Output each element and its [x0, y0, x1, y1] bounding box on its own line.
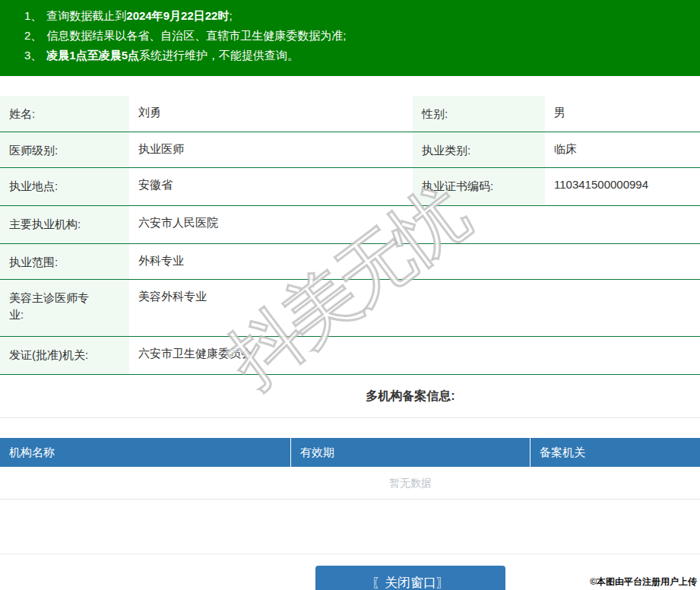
column-header-filing-authority: 备案机关	[531, 438, 700, 467]
field-value-practice-category: 临床	[545, 132, 700, 167]
divider	[0, 417, 700, 418]
field-value-main-institution: 六安市人民医院	[129, 205, 700, 243]
close-window-button[interactable]: 〖关闭窗口〗	[315, 566, 505, 590]
filing-table-header: 机构名称 有效期 备案机关	[0, 438, 700, 467]
filing-section-heading: 多机构备案信息:	[0, 375, 700, 417]
table-row: 医师级别: 执业医师 执业类别: 临床	[0, 132, 700, 167]
field-label-cosmetic-specialty: 美容主诊医师专业:	[0, 279, 129, 336]
field-label-name: 姓名:	[0, 96, 129, 132]
field-label-issuing-authority: 发证(批准)机关:	[0, 336, 129, 374]
table-row: 执业地点: 安徽省 执业证书编码: 110341500000994	[0, 167, 700, 205]
table-row: 姓名: 刘勇 性别: 男	[0, 96, 700, 132]
table-row: 执业范围: 外科专业	[0, 243, 700, 279]
field-value-cosmetic-specialty: 美容外科专业	[129, 279, 700, 336]
blank-area	[0, 500, 700, 554]
doctor-info-table: 姓名: 刘勇 性别: 男 医师级别: 执业医师 执业类别: 临床 执业地点: 安…	[0, 96, 700, 375]
field-label-practice-category: 执业类别:	[413, 132, 545, 167]
notice-item-2: 2、信息数据结果以各省、自治区、直辖市卫生健康委数据为准;	[24, 26, 700, 46]
field-value-doctor-level: 执业医师	[129, 132, 413, 167]
field-label-practice-location: 执业地点:	[0, 167, 129, 205]
notice-item-1: 1、查询数据截止到2024年9月22日22时;	[24, 6, 700, 26]
field-value-gender: 男	[545, 96, 700, 132]
page: 1、查询数据截止到2024年9月22日22时; 2、信息数据结果以各省、自治区、…	[0, 0, 700, 590]
upload-credit-text: ©本图由平台注册用户上传	[590, 576, 697, 588]
field-value-practice-scope: 外科专业	[129, 243, 700, 279]
field-value-practice-location: 安徽省	[129, 167, 413, 205]
table-row: 美容主诊医师专业: 美容外科专业	[0, 279, 700, 336]
field-label-certificate-no: 执业证书编码:	[413, 167, 545, 205]
field-value-issuing-authority: 六安市卫生健康委员会	[129, 336, 700, 374]
notice-item-3: 3、凌晨1点至凌晨5点系统进行维护，不能提供查询。	[24, 46, 700, 65]
field-label-practice-scope: 执业范围:	[0, 243, 129, 279]
field-value-certificate-no: 110341500000994	[545, 167, 700, 205]
table-row: 主要执业机构: 六安市人民医院	[0, 205, 700, 243]
notice-banner: 1、查询数据截止到2024年9月22日22时; 2、信息数据结果以各省、自治区、…	[0, 0, 700, 76]
empty-data-message: 暂无数据	[0, 467, 700, 500]
field-label-gender: 性别:	[413, 96, 545, 132]
column-header-validity-period: 有效期	[291, 438, 531, 467]
field-value-name: 刘勇	[129, 96, 413, 132]
table-row: 发证(批准)机关: 六安市卫生健康委员会	[0, 336, 700, 374]
column-header-institution-name: 机构名称	[0, 438, 291, 467]
field-label-main-institution: 主要执业机构:	[0, 205, 129, 243]
field-label-doctor-level: 医师级别:	[0, 132, 129, 167]
